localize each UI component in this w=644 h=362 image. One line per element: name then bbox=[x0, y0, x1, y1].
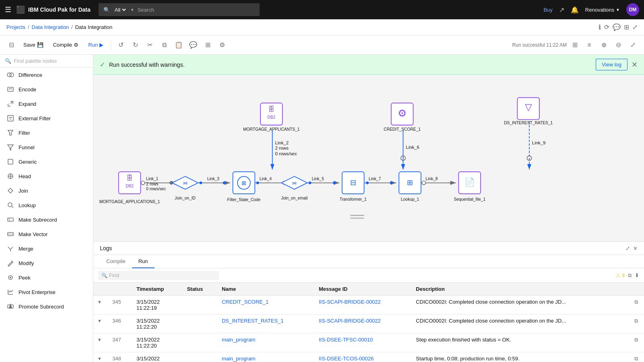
row-name[interactable]: DS_INTEREST_RATES_1 bbox=[217, 315, 314, 333]
breadcrumb-data-integration[interactable]: Data Integration bbox=[32, 24, 69, 30]
row-messageid[interactable]: IIS-DSEE-TCOS-00026 bbox=[314, 352, 411, 362]
sidebar-item-make-vector[interactable]: Make Vector bbox=[0, 227, 93, 241]
sidebar-item-join[interactable]: Join bbox=[0, 183, 93, 198]
row-copy[interactable]: ⧉ bbox=[628, 352, 644, 362]
notification-icon[interactable]: 🔔 bbox=[571, 6, 579, 14]
row-name[interactable]: CREDIT_SCORE_1 bbox=[217, 296, 314, 315]
row-messageid[interactable]: IIS-SCAPI-BRIDGE-00022 bbox=[314, 315, 411, 333]
sidebar-item-label-encode: Encode bbox=[19, 86, 36, 93]
list-view-button[interactable]: ≡ bbox=[583, 39, 596, 51]
row-copy[interactable]: ⧉ bbox=[628, 296, 644, 315]
close-banner-button[interactable]: ✕ bbox=[632, 60, 638, 69]
row-name[interactable]: main_program bbox=[217, 333, 314, 352]
logs-search-input[interactable] bbox=[109, 272, 177, 278]
col-actions bbox=[628, 283, 644, 296]
chat-icon[interactable]: 💬 bbox=[613, 23, 621, 31]
sidebar-item-external-filter[interactable]: External Filter bbox=[0, 111, 93, 125]
sidebar-item-peek[interactable]: Peek bbox=[0, 270, 93, 285]
svg-text:0 rows/sec: 0 rows/sec bbox=[146, 187, 166, 191]
row-copy[interactable]: ⧉ bbox=[628, 315, 644, 333]
menu-icon[interactable]: ☰ bbox=[5, 5, 11, 14]
svg-text:0 rows/sec: 0 rows/sec bbox=[275, 151, 297, 156]
sidebar-item-filter[interactable]: Filter bbox=[0, 125, 93, 140]
sidebar-item-difference[interactable]: Difference bbox=[0, 68, 93, 82]
comment-button[interactable]: 💬 bbox=[187, 39, 200, 51]
info-icon[interactable]: ℹ bbox=[599, 23, 601, 31]
table-button[interactable]: ⊞ bbox=[201, 39, 214, 51]
breadcrumb-projects[interactable]: Projects bbox=[6, 24, 25, 30]
svg-point-57 bbox=[199, 181, 202, 184]
sidebar-item-generic[interactable]: Generic bbox=[0, 154, 93, 169]
palette-search[interactable]: 🔍 bbox=[0, 55, 93, 68]
svg-text:DB2: DB2 bbox=[126, 184, 134, 188]
sidebar-item-make-subrecord[interactable]: Make Subrecord bbox=[0, 212, 93, 227]
sidebar-item-modify[interactable]: Modify bbox=[0, 256, 93, 270]
palette-search-input[interactable] bbox=[14, 58, 88, 64]
row-expand[interactable]: ▾ bbox=[93, 352, 107, 362]
sidebar-item-promote-subrecord[interactable]: Promote Subrecord bbox=[0, 299, 93, 314]
search-area[interactable]: 🔍 All ▼ bbox=[99, 3, 260, 16]
view-log-button[interactable]: View log bbox=[596, 59, 627, 70]
sidebar-item-funnel[interactable]: Funnel bbox=[0, 140, 93, 154]
canvas-mode-button[interactable]: ⊟ bbox=[5, 39, 18, 51]
search-input[interactable] bbox=[138, 7, 255, 13]
row-expand[interactable]: ▾ bbox=[93, 333, 107, 352]
nav-actions: Buy ↗ 🔔 Renovations ▼ DM bbox=[543, 3, 639, 16]
zoom-out-button[interactable]: ⊖ bbox=[612, 39, 625, 51]
sidebar-item-label-expand: Expand bbox=[19, 101, 36, 107]
row-name[interactable]: main_program bbox=[217, 352, 314, 362]
palette-sidebar: 🔍 Difference Encode Expand External F bbox=[0, 55, 93, 362]
sidebar-item-lookup[interactable]: Lookup bbox=[0, 198, 93, 212]
svg-marker-8 bbox=[8, 130, 13, 135]
logs-copy-icon[interactable]: ⧉ bbox=[628, 272, 632, 279]
grid-icon[interactable]: ⊞ bbox=[624, 23, 629, 31]
expand-icon[interactable]: ⤢ bbox=[632, 23, 638, 31]
row-messageid[interactable]: IIS-SCAPI-BRIDGE-00022 bbox=[314, 296, 411, 315]
settings-button[interactable]: ⚙ bbox=[216, 39, 229, 51]
save-button[interactable]: Save 💾 bbox=[19, 39, 47, 50]
head-icon bbox=[6, 172, 14, 180]
undo-button[interactable]: ↺ bbox=[114, 39, 127, 51]
save-icon: 💾 bbox=[37, 42, 43, 48]
sidebar-item-encode[interactable]: Encode bbox=[0, 82, 93, 97]
sidebar-item-expand[interactable]: Expand bbox=[0, 97, 93, 111]
row-expand[interactable]: ▾ bbox=[93, 296, 107, 315]
col-expand bbox=[93, 283, 107, 296]
zoom-fit-button[interactable]: ⊕ bbox=[597, 39, 610, 51]
logs-close-icon[interactable]: ✕ bbox=[633, 245, 638, 251]
sidebar-item-pivot-enterprise[interactable]: Pivot Enterprise bbox=[0, 285, 93, 299]
sidebar-item-merge[interactable]: Merge bbox=[0, 241, 93, 256]
workspace-label: Renovations bbox=[585, 7, 614, 13]
row-messageid[interactable]: IIS-DSEE-TFSC-00010 bbox=[314, 333, 411, 352]
row-copy[interactable]: ⧉ bbox=[628, 333, 644, 352]
sidebar-item-head[interactable]: Head bbox=[0, 169, 93, 183]
logs-search[interactable]: 🔍 bbox=[98, 271, 219, 280]
redirect-icon[interactable]: ↗ bbox=[559, 6, 564, 14]
row-expand[interactable]: ▾ bbox=[93, 315, 107, 333]
logs-table: Timestamp Status Name Message ID Descrip… bbox=[93, 283, 644, 362]
pipeline-canvas[interactable]: Link_2 2 rows 0 rows/sec Link_6 Link_9 🗄… bbox=[93, 75, 644, 241]
buy-button[interactable]: Buy bbox=[543, 7, 552, 13]
compile-button[interactable]: Compile ⚙ bbox=[49, 39, 83, 50]
paste-button[interactable]: 📋 bbox=[172, 39, 185, 51]
svg-text:🗄: 🗄 bbox=[126, 175, 133, 181]
peek-icon bbox=[6, 274, 14, 282]
search-scope-select[interactable]: All bbox=[113, 6, 127, 13]
user-avatar[interactable]: DM bbox=[626, 3, 639, 16]
copy-button[interactable]: ⧉ bbox=[158, 39, 171, 51]
run-button[interactable]: Run ▶ bbox=[84, 39, 107, 50]
redo-button[interactable]: ↻ bbox=[129, 39, 142, 51]
logs-expand-icon[interactable]: ⤢ bbox=[625, 245, 630, 251]
run-icon: ▶ bbox=[99, 42, 103, 48]
logs-tab-run[interactable]: Run bbox=[132, 255, 155, 268]
logs-tab-compile[interactable]: Compile bbox=[100, 255, 132, 268]
row-status bbox=[182, 333, 217, 352]
fullscreen-button[interactable]: ⤢ bbox=[626, 39, 639, 51]
row-description: Startup time, 0:08; production run time,… bbox=[411, 352, 628, 362]
logs-download-icon[interactable]: ⬇ bbox=[635, 272, 639, 278]
brand-icon: ⬛ bbox=[16, 5, 25, 14]
history-icon[interactable]: ⟳ bbox=[604, 23, 609, 31]
workspace-selector[interactable]: Renovations ▼ bbox=[585, 7, 620, 13]
table-view-button[interactable]: ⊞ bbox=[568, 39, 581, 51]
cut-button[interactable]: ✂ bbox=[143, 39, 156, 51]
